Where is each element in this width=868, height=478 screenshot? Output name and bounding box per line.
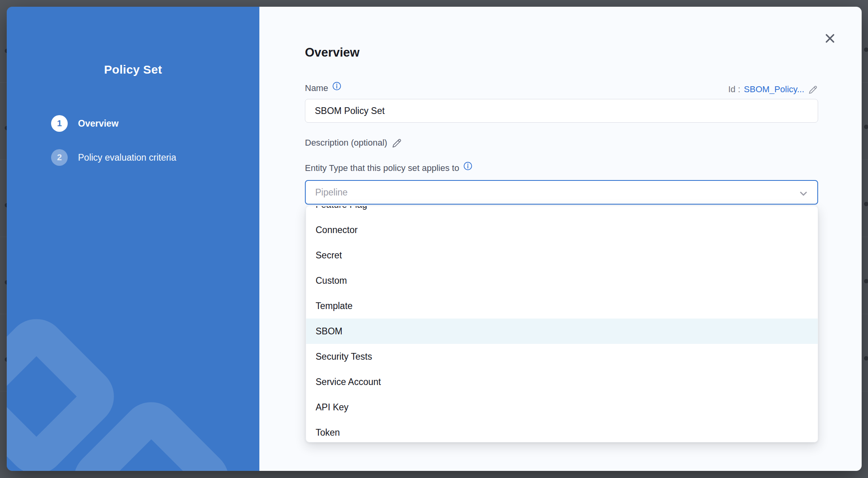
background-row-icon — [864, 356, 868, 360]
dropdown-option-security-tests[interactable]: Security Tests — [306, 344, 818, 369]
dropdown-option-secret[interactable]: Secret — [306, 243, 818, 268]
wizard-steps: 1 Overview 2 Policy evaluation criteria — [51, 115, 176, 166]
dropdown-option-connector[interactable]: Connector — [306, 217, 818, 243]
background-row-icon — [864, 47, 868, 52]
entity-type-info-icon[interactable] — [463, 161, 472, 171]
name-info-icon[interactable] — [332, 82, 341, 91]
background-row-icon — [864, 279, 868, 283]
step-label: Policy evaluation criteria — [78, 152, 176, 163]
background-row-icon — [864, 202, 868, 206]
dropdown-option-custom[interactable]: Custom — [306, 268, 818, 293]
entity-type-dropdown: Feature Flag Connector Secret Custom Tem… — [306, 206, 818, 442]
chevron-down-icon — [798, 188, 809, 199]
dropdown-option-feature-flag[interactable]: Feature Flag — [306, 206, 818, 217]
description-edit-pencil-icon[interactable] — [391, 138, 402, 149]
step-number-badge: 1 — [51, 115, 68, 132]
dropdown-option-api-key[interactable]: API Key — [306, 395, 818, 420]
step-item-policy-evaluation-criteria[interactable]: 2 Policy evaluation criteria — [51, 149, 176, 166]
wizard-sidebar: Policy Set 1 Overview 2 Policy evaluatio… — [7, 7, 259, 471]
id-label: Id : — [728, 84, 740, 95]
step-item-overview[interactable]: 1 Overview — [51, 115, 176, 132]
id-edit-pencil-icon[interactable] — [808, 85, 818, 95]
dropdown-option-service-account[interactable]: Service Account — [306, 369, 818, 395]
select-placeholder: Pipeline — [315, 187, 348, 198]
policy-set-modal: Policy Set 1 Overview 2 Policy evaluatio… — [7, 7, 862, 471]
panel-heading: Overview — [305, 46, 360, 60]
step-number-badge: 2 — [51, 149, 68, 166]
entity-type-label: Entity Type that this policy set applies… — [305, 163, 459, 173]
entity-type-select[interactable]: Pipeline — [305, 180, 818, 205]
dropdown-option-template[interactable]: Template — [306, 293, 818, 319]
dropdown-option-sbom[interactable]: SBOM — [306, 319, 818, 344]
name-input[interactable] — [305, 99, 818, 123]
background-row-icon — [864, 125, 868, 129]
close-button[interactable] — [820, 29, 839, 48]
overview-form-panel: Overview Name Id : SBOM_Policy... — [259, 7, 862, 471]
step-label: Overview — [78, 118, 118, 129]
id-link[interactable]: SBOM_Policy... — [744, 84, 804, 95]
dropdown-option-token[interactable]: Token — [306, 420, 818, 442]
name-label: Name — [305, 83, 328, 93]
description-label: Description (optional) — [305, 138, 387, 148]
close-icon — [824, 32, 836, 45]
wizard-title: Policy Set — [7, 63, 259, 76]
